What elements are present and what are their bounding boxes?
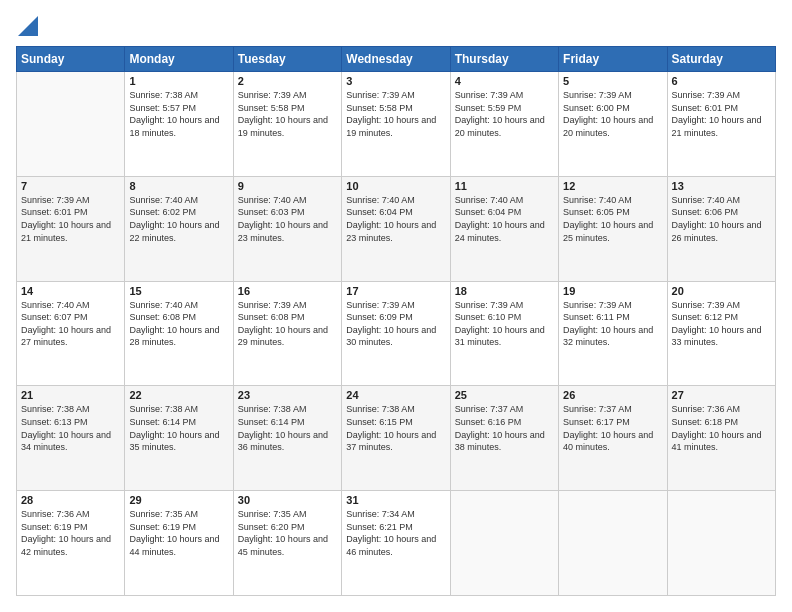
- day-number: 24: [346, 389, 445, 401]
- day-info: Sunrise: 7:38 AM Sunset: 6:15 PM Dayligh…: [346, 403, 445, 453]
- day-number: 14: [21, 285, 120, 297]
- calendar-cell: 12Sunrise: 7:40 AM Sunset: 6:05 PM Dayli…: [559, 176, 667, 281]
- calendar-cell: 23Sunrise: 7:38 AM Sunset: 6:14 PM Dayli…: [233, 386, 341, 491]
- calendar-cell: 22Sunrise: 7:38 AM Sunset: 6:14 PM Dayli…: [125, 386, 233, 491]
- day-info: Sunrise: 7:40 AM Sunset: 6:07 PM Dayligh…: [21, 299, 120, 349]
- day-number: 11: [455, 180, 554, 192]
- calendar-cell: 6Sunrise: 7:39 AM Sunset: 6:01 PM Daylig…: [667, 72, 775, 177]
- calendar-cell: 19Sunrise: 7:39 AM Sunset: 6:11 PM Dayli…: [559, 281, 667, 386]
- day-info: Sunrise: 7:36 AM Sunset: 6:18 PM Dayligh…: [672, 403, 771, 453]
- day-number: 30: [238, 494, 337, 506]
- calendar-cell: 9Sunrise: 7:40 AM Sunset: 6:03 PM Daylig…: [233, 176, 341, 281]
- calendar-cell: 3Sunrise: 7:39 AM Sunset: 5:58 PM Daylig…: [342, 72, 450, 177]
- day-number: 8: [129, 180, 228, 192]
- calendar-cell: 28Sunrise: 7:36 AM Sunset: 6:19 PM Dayli…: [17, 491, 125, 596]
- calendar-cell: 16Sunrise: 7:39 AM Sunset: 6:08 PM Dayli…: [233, 281, 341, 386]
- calendar-cell: 13Sunrise: 7:40 AM Sunset: 6:06 PM Dayli…: [667, 176, 775, 281]
- day-number: 29: [129, 494, 228, 506]
- day-number: 23: [238, 389, 337, 401]
- calendar-cell: 30Sunrise: 7:35 AM Sunset: 6:20 PM Dayli…: [233, 491, 341, 596]
- day-info: Sunrise: 7:39 AM Sunset: 6:00 PM Dayligh…: [563, 89, 662, 139]
- header: [16, 16, 776, 36]
- day-number: 20: [672, 285, 771, 297]
- calendar-cell: 26Sunrise: 7:37 AM Sunset: 6:17 PM Dayli…: [559, 386, 667, 491]
- day-number: 3: [346, 75, 445, 87]
- calendar-cell: [450, 491, 558, 596]
- day-number: 1: [129, 75, 228, 87]
- weekday-header-friday: Friday: [559, 47, 667, 72]
- day-number: 15: [129, 285, 228, 297]
- day-info: Sunrise: 7:39 AM Sunset: 6:01 PM Dayligh…: [21, 194, 120, 244]
- calendar-cell: 24Sunrise: 7:38 AM Sunset: 6:15 PM Dayli…: [342, 386, 450, 491]
- week-row-4: 21Sunrise: 7:38 AM Sunset: 6:13 PM Dayli…: [17, 386, 776, 491]
- calendar-cell: 29Sunrise: 7:35 AM Sunset: 6:19 PM Dayli…: [125, 491, 233, 596]
- day-number: 31: [346, 494, 445, 506]
- day-number: 9: [238, 180, 337, 192]
- day-number: 25: [455, 389, 554, 401]
- day-number: 22: [129, 389, 228, 401]
- day-info: Sunrise: 7:39 AM Sunset: 6:09 PM Dayligh…: [346, 299, 445, 349]
- calendar-cell: [559, 491, 667, 596]
- calendar-cell: 18Sunrise: 7:39 AM Sunset: 6:10 PM Dayli…: [450, 281, 558, 386]
- day-info: Sunrise: 7:39 AM Sunset: 5:58 PM Dayligh…: [346, 89, 445, 139]
- day-info: Sunrise: 7:39 AM Sunset: 5:59 PM Dayligh…: [455, 89, 554, 139]
- weekday-header-monday: Monday: [125, 47, 233, 72]
- day-info: Sunrise: 7:39 AM Sunset: 6:08 PM Dayligh…: [238, 299, 337, 349]
- page: SundayMondayTuesdayWednesdayThursdayFrid…: [0, 0, 792, 612]
- day-info: Sunrise: 7:40 AM Sunset: 6:04 PM Dayligh…: [455, 194, 554, 244]
- calendar-cell: 31Sunrise: 7:34 AM Sunset: 6:21 PM Dayli…: [342, 491, 450, 596]
- day-info: Sunrise: 7:39 AM Sunset: 6:11 PM Dayligh…: [563, 299, 662, 349]
- day-number: 21: [21, 389, 120, 401]
- day-number: 7: [21, 180, 120, 192]
- calendar-cell: 11Sunrise: 7:40 AM Sunset: 6:04 PM Dayli…: [450, 176, 558, 281]
- day-info: Sunrise: 7:39 AM Sunset: 6:01 PM Dayligh…: [672, 89, 771, 139]
- day-number: 27: [672, 389, 771, 401]
- day-info: Sunrise: 7:40 AM Sunset: 6:02 PM Dayligh…: [129, 194, 228, 244]
- day-info: Sunrise: 7:40 AM Sunset: 6:08 PM Dayligh…: [129, 299, 228, 349]
- calendar-cell: [667, 491, 775, 596]
- day-info: Sunrise: 7:35 AM Sunset: 6:19 PM Dayligh…: [129, 508, 228, 558]
- weekday-header-row: SundayMondayTuesdayWednesdayThursdayFrid…: [17, 47, 776, 72]
- calendar-cell: 7Sunrise: 7:39 AM Sunset: 6:01 PM Daylig…: [17, 176, 125, 281]
- day-number: 28: [21, 494, 120, 506]
- day-info: Sunrise: 7:38 AM Sunset: 6:14 PM Dayligh…: [129, 403, 228, 453]
- calendar-cell: 4Sunrise: 7:39 AM Sunset: 5:59 PM Daylig…: [450, 72, 558, 177]
- day-number: 12: [563, 180, 662, 192]
- day-info: Sunrise: 7:38 AM Sunset: 6:13 PM Dayligh…: [21, 403, 120, 453]
- day-number: 10: [346, 180, 445, 192]
- calendar-cell: 8Sunrise: 7:40 AM Sunset: 6:02 PM Daylig…: [125, 176, 233, 281]
- calendar-cell: 1Sunrise: 7:38 AM Sunset: 5:57 PM Daylig…: [125, 72, 233, 177]
- weekday-header-tuesday: Tuesday: [233, 47, 341, 72]
- day-info: Sunrise: 7:39 AM Sunset: 5:58 PM Dayligh…: [238, 89, 337, 139]
- calendar-cell: 10Sunrise: 7:40 AM Sunset: 6:04 PM Dayli…: [342, 176, 450, 281]
- day-info: Sunrise: 7:34 AM Sunset: 6:21 PM Dayligh…: [346, 508, 445, 558]
- week-row-3: 14Sunrise: 7:40 AM Sunset: 6:07 PM Dayli…: [17, 281, 776, 386]
- logo-triangle-icon: [18, 16, 38, 36]
- day-info: Sunrise: 7:35 AM Sunset: 6:20 PM Dayligh…: [238, 508, 337, 558]
- day-number: 18: [455, 285, 554, 297]
- day-info: Sunrise: 7:40 AM Sunset: 6:03 PM Dayligh…: [238, 194, 337, 244]
- day-number: 5: [563, 75, 662, 87]
- day-number: 16: [238, 285, 337, 297]
- day-number: 19: [563, 285, 662, 297]
- weekday-header-sunday: Sunday: [17, 47, 125, 72]
- week-row-1: 1Sunrise: 7:38 AM Sunset: 5:57 PM Daylig…: [17, 72, 776, 177]
- day-info: Sunrise: 7:40 AM Sunset: 6:06 PM Dayligh…: [672, 194, 771, 244]
- day-info: Sunrise: 7:37 AM Sunset: 6:17 PM Dayligh…: [563, 403, 662, 453]
- calendar-cell: 17Sunrise: 7:39 AM Sunset: 6:09 PM Dayli…: [342, 281, 450, 386]
- week-row-2: 7Sunrise: 7:39 AM Sunset: 6:01 PM Daylig…: [17, 176, 776, 281]
- week-row-5: 28Sunrise: 7:36 AM Sunset: 6:19 PM Dayli…: [17, 491, 776, 596]
- calendar-cell: [17, 72, 125, 177]
- svg-marker-0: [18, 16, 38, 36]
- calendar-cell: 25Sunrise: 7:37 AM Sunset: 6:16 PM Dayli…: [450, 386, 558, 491]
- weekday-header-wednesday: Wednesday: [342, 47, 450, 72]
- calendar-cell: 27Sunrise: 7:36 AM Sunset: 6:18 PM Dayli…: [667, 386, 775, 491]
- day-info: Sunrise: 7:40 AM Sunset: 6:05 PM Dayligh…: [563, 194, 662, 244]
- calendar-cell: 2Sunrise: 7:39 AM Sunset: 5:58 PM Daylig…: [233, 72, 341, 177]
- weekday-header-saturday: Saturday: [667, 47, 775, 72]
- calendar-cell: 20Sunrise: 7:39 AM Sunset: 6:12 PM Dayli…: [667, 281, 775, 386]
- day-info: Sunrise: 7:39 AM Sunset: 6:12 PM Dayligh…: [672, 299, 771, 349]
- day-number: 2: [238, 75, 337, 87]
- calendar-table: SundayMondayTuesdayWednesdayThursdayFrid…: [16, 46, 776, 596]
- calendar-cell: 15Sunrise: 7:40 AM Sunset: 6:08 PM Dayli…: [125, 281, 233, 386]
